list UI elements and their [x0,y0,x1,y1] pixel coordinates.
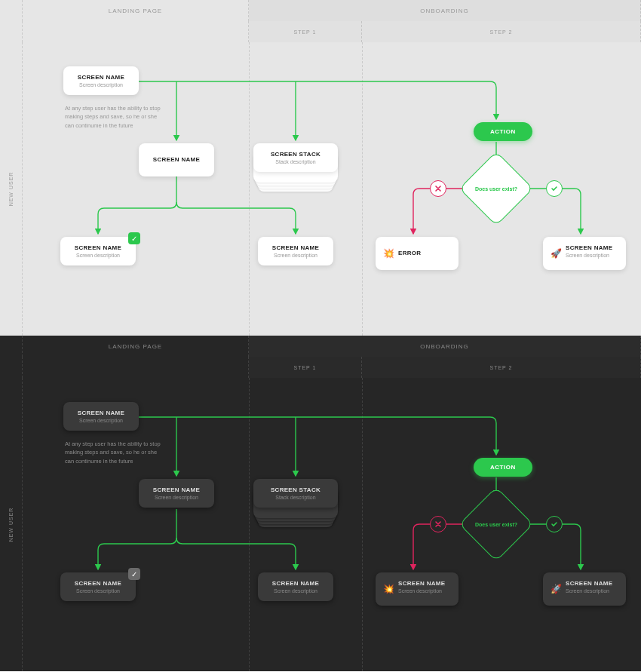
node-action: ACTION [474,122,532,141]
node-mid: SCREEN NAME Screen description [139,479,214,508]
note: At any step user has the ability to stop… [65,104,163,130]
node-success: 🚀 SCREEN NAME Screen description [543,572,626,606]
note: At any step user has the ability to stop… [65,440,163,465]
flow-light: LANDING PAGE ONBOARDING STEP 1 STEP 2 NE… [0,0,641,336]
col-step2: STEP 2 [362,357,641,378]
decision-yes-icon [546,516,563,532]
node-error: 💥 SCREEN NAME Screen description [376,572,459,606]
decision-yes-icon [546,180,563,197]
collision-icon: 💥 [383,584,394,594]
column-headers: LANDING PAGE ONBOARDING [0,0,641,21]
node-success: 🚀 SCREEN NAME Screen description [543,237,626,270]
sub-headers: STEP 1 STEP 2 [0,357,641,378]
node-start: SCREEN NAME Screen description [63,66,139,95]
node-stack: SCREEN STACK Stack description [253,479,338,508]
node-stack: SCREEN STACK Stack description [253,143,338,172]
decision-no-icon [430,180,446,197]
lane-new-user: NEW USER [0,378,23,671]
col-step2: STEP 2 [362,21,641,42]
flow-dark: LANDING PAGE ONBOARDING STEP 1 STEP 2 NE… [0,336,641,671]
sub-headers: STEP 1 STEP 2 [0,21,641,42]
col-landing: LANDING PAGE [23,0,249,21]
lane-new-user: NEW USER [0,42,23,336]
column-headers: LANDING PAGE ONBOARDING [0,336,641,357]
node-decision: Does user exist? [470,162,523,215]
col-onboarding: ONBOARDING [249,0,641,21]
node-bottom-left: SCREEN NAME Screen description ✓ [60,572,136,601]
node-bottom-right: SCREEN NAME Screen description [258,237,333,265]
rocket-icon: 🚀 [551,248,562,259]
decision-no-icon [430,516,446,532]
check-stamp-icon: ✓ [128,232,140,244]
col-landing: LANDING PAGE [23,336,249,357]
node-error: 💥 ERROR [376,237,459,270]
node-start: SCREEN NAME Screen description [63,402,139,431]
col-onboarding: ONBOARDING [249,336,641,357]
rocket-icon: 🚀 [551,584,562,594]
col-step1: STEP 1 [249,357,362,378]
node-action: ACTION [474,458,532,477]
node-bottom-right: SCREEN NAME Screen description [258,572,333,601]
node-mid: SCREEN NAME [139,143,214,176]
node-bottom-left: SCREEN NAME Screen description ✓ [60,237,136,265]
check-stamp-icon: ✓ [128,568,140,580]
node-decision: Does user exist? [470,498,523,551]
col-step1: STEP 1 [249,21,362,42]
collision-icon: 💥 [383,248,394,259]
